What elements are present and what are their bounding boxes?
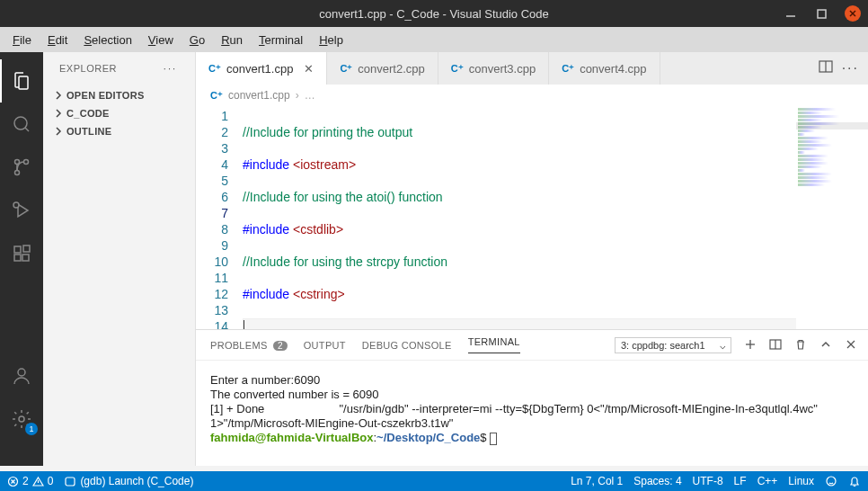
cpp-file-icon: C⁺ [208, 63, 221, 75]
svg-rect-11 [14, 254, 21, 261]
editor-tabs: C⁺ convert1.cpp ✕ C⁺ convert2.cpp C⁺ con… [196, 52, 868, 85]
sidebar-open-editors[interactable]: OPEN EDITORS [50, 86, 195, 104]
svg-rect-12 [22, 254, 29, 261]
bell-icon[interactable] [848, 475, 861, 487]
svg-rect-13 [23, 246, 30, 252]
chevron-right-icon [54, 91, 63, 100]
activity-settings-icon[interactable]: 1 [0, 397, 43, 441]
status-lang[interactable]: C++ [757, 475, 778, 487]
close-button[interactable] [845, 5, 861, 22]
text-cursor [243, 320, 244, 329]
chevron-down-icon: ⌵ [720, 340, 726, 352]
svg-point-15 [19, 416, 24, 422]
panel-tab-terminal[interactable]: TERMINAL [468, 336, 520, 353]
svg-rect-1 [818, 10, 826, 18]
cpp-file-icon: C⁺ [210, 90, 223, 102]
code-content[interactable]: //Include for printing the output #inclu… [243, 106, 868, 329]
cpp-file-icon: C⁺ [451, 63, 464, 75]
sidebar-title: EXPLORER [59, 63, 117, 74]
chevron-right-icon [54, 127, 63, 136]
maximize-button[interactable] [814, 6, 828, 21]
status-os[interactable]: Linux [788, 475, 814, 487]
menu-edit[interactable]: Edit [40, 30, 75, 50]
terminal-selector[interactable]: 3: cppdbg: search1⌵ [615, 337, 731, 353]
cpp-file-icon: C⁺ [340, 63, 352, 75]
more-actions-icon[interactable]: ··· [842, 60, 859, 76]
sidebar: EXPLORER ··· OPEN EDITORS C_CODE OUTLINE [43, 52, 196, 466]
activity-debug-icon[interactable] [0, 189, 43, 232]
close-tab-icon[interactable]: ✕ [304, 62, 314, 76]
status-launch[interactable]: (gdb) Launch (C_Code) [64, 475, 193, 487]
panel-tab-output[interactable]: OUTPUT [304, 340, 346, 351]
svg-point-14 [18, 369, 25, 376]
breadcrumbs[interactable]: C⁺ convert1.cpp › … [196, 85, 868, 106]
tab-convert2[interactable]: C⁺ convert2.cpp [327, 52, 438, 85]
cpp-file-icon: C⁺ [562, 63, 574, 75]
activity-scm-icon[interactable] [0, 146, 43, 189]
close-panel-icon[interactable] [845, 338, 857, 353]
panel-tab-problems[interactable]: PROBLEMS 2 [210, 340, 288, 351]
activity-extensions-icon[interactable] [0, 232, 43, 275]
activity-explorer-icon[interactable] [0, 59, 43, 103]
tab-convert4[interactable]: C⁺ convert4.cpp [549, 52, 660, 85]
svg-point-6 [24, 160, 29, 165]
activity-account-icon[interactable] [0, 354, 43, 397]
svg-point-9 [13, 202, 19, 208]
menu-view[interactable]: View [141, 30, 181, 50]
window-title: convert1.cpp - C_Code - Visual Studio Co… [319, 7, 549, 21]
svg-rect-10 [14, 246, 21, 253]
code-editor[interactable]: 1234567891011121314 //Include for printi… [196, 106, 868, 329]
menu-terminal[interactable]: Terminal [252, 30, 310, 50]
svg-point-4 [14, 117, 27, 129]
sidebar-outline[interactable]: OUTLINE [50, 122, 195, 140]
minimize-button[interactable] [784, 6, 798, 21]
split-terminal-icon[interactable] [769, 338, 782, 353]
feedback-icon[interactable] [825, 475, 837, 487]
new-terminal-icon[interactable] [744, 338, 757, 353]
menu-file[interactable]: File [5, 30, 39, 50]
panel-tab-debug[interactable]: DEBUG CONSOLE [362, 340, 452, 351]
tab-convert1[interactable]: C⁺ convert1.cpp ✕ [196, 52, 327, 85]
menu-help[interactable]: Help [312, 30, 350, 50]
status-spaces[interactable]: Spaces: 4 [633, 475, 681, 487]
chevron-right-icon [54, 109, 63, 118]
svg-point-8 [15, 171, 20, 175]
svg-line-5 [25, 128, 29, 131]
menu-selection[interactable]: Selection [76, 30, 138, 50]
status-errors[interactable]: 2 0 [7, 475, 53, 487]
tab-convert3[interactable]: C⁺ convert3.cpp [438, 52, 549, 85]
titlebar: convert1.cpp - C_Code - Visual Studio Co… [0, 0, 868, 27]
status-encoding[interactable]: UTF-8 [693, 475, 723, 487]
svg-rect-28 [66, 478, 75, 486]
gutter: 1234567891011121314 [196, 106, 243, 329]
activity-search-icon[interactable] [0, 103, 43, 146]
menu-go[interactable]: Go [182, 30, 212, 50]
menubar: File Edit Selection View Go Run Terminal… [0, 27, 868, 52]
sidebar-folder[interactable]: C_CODE [50, 104, 195, 122]
chevron-right-icon: › [296, 89, 299, 102]
menu-run[interactable]: Run [214, 30, 250, 50]
trash-icon[interactable] [794, 338, 807, 353]
status-eol[interactable]: LF [734, 475, 747, 487]
status-position[interactable]: Ln 7, Col 1 [571, 475, 623, 487]
terminal-output[interactable]: Enter a number:6090The converted number … [196, 361, 868, 466]
terminal-cursor [490, 433, 497, 445]
statusbar: 2 0 (gdb) Launch (C_Code) Ln 7, Col 1 Sp… [0, 471, 868, 491]
settings-badge: 1 [25, 423, 38, 435]
svg-point-29 [827, 477, 836, 486]
minimap[interactable] [796, 106, 868, 329]
activity-bar: 1 [0, 52, 43, 466]
maximize-panel-icon[interactable] [819, 338, 832, 353]
editor-area: C⁺ convert1.cpp ✕ C⁺ convert2.cpp C⁺ con… [196, 52, 868, 466]
split-editor-icon[interactable] [819, 59, 833, 77]
sidebar-more-icon[interactable]: ··· [164, 63, 177, 74]
panel: PROBLEMS 2 OUTPUT DEBUG CONSOLE TERMINAL… [196, 329, 868, 466]
